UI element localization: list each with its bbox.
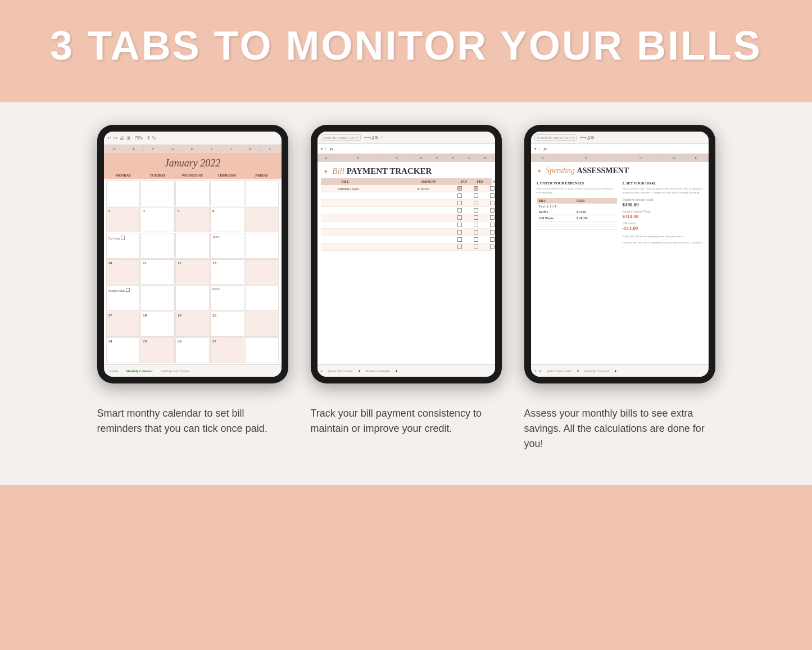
week-row-4: 17 18 19 20 [106, 312, 279, 337]
checkbox[interactable] [457, 223, 462, 227]
cursor-icon: ⊞ [126, 136, 130, 141]
day-cell: 20 [210, 312, 244, 337]
search-bar[interactable]: Search the menus (Alt+/) [534, 134, 577, 141]
checkbox[interactable] [474, 245, 478, 249]
redo-icon: ↪ [114, 136, 117, 141]
budgeted-label: Budgeted Amount (goal): [623, 198, 703, 201]
checkbox[interactable] [474, 193, 478, 198]
col-l: L [261, 147, 280, 151]
col-header-bill: BILL [342, 180, 420, 183]
col-b: B [554, 156, 619, 160]
bill-col-header: BILL [539, 199, 577, 202]
tab-dropdown-icon: ▾ [359, 369, 360, 373]
checkbox[interactable] [490, 223, 495, 227]
col-e: E [429, 156, 446, 160]
search-bar[interactable]: earch the menus (Alt+/) [321, 134, 361, 141]
tablet3-screen: Search the menus (Alt+/) ↩ ↪ 🖨 ⊞ ▾ fx A … [531, 132, 709, 377]
checkbox[interactable] [474, 230, 478, 234]
checkbox[interactable] [457, 245, 462, 249]
checkbox[interactable] [490, 215, 495, 220]
checkbox[interactable] [490, 237, 495, 242]
checkbox[interactable] [457, 193, 462, 198]
tab-bill-payment-tracker[interactable]: Bill Payment Tracker [158, 368, 192, 374]
page-title: 3 TABS TO MONITOR YOUR BILLS [34, 22, 778, 69]
mar-cell [490, 186, 495, 191]
tablet2-wrapper: earch the menus (Alt+/) ↩ ↪ 🖨 ⊞ 7 ▾ fx A [311, 125, 502, 383]
descriptions-row: Smart monthy calendar to set bill remind… [34, 406, 778, 452]
checkbox[interactable] [474, 208, 478, 213]
tablet3-col-headers: A B C D E [531, 154, 709, 162]
bill-amount: $100.00 [418, 187, 457, 191]
desc-tablet3: Assess your monthly bills to see extra s… [524, 406, 715, 452]
day-cell [106, 180, 140, 206]
checkbox[interactable] [490, 208, 495, 213]
day-cell [245, 207, 279, 233]
day-cell [140, 233, 175, 259]
percent-icon: % [152, 136, 156, 141]
difference-value: -$14.00 [623, 225, 703, 231]
tablet2-tabs: ≡ Quick Start Guide ▾ Monthly Calendar ▾ [317, 364, 495, 377]
netflix-cost: $14.00 [577, 210, 615, 214]
tablet1-toolbar: ↩ ↪ 🖨 ⊞ 75% $ % [104, 132, 282, 145]
checkbox[interactable] [474, 237, 478, 242]
day-cell: 4 [140, 207, 175, 233]
enter-expenses-title: 1. ENTER YOUR EXPENSES [537, 181, 617, 185]
month-title: January 2022 [106, 157, 279, 169]
cursor-icon: ⊞ [375, 136, 378, 140]
table-row [321, 243, 492, 251]
checkbox[interactable] [490, 245, 495, 249]
tablet2: earch the menus (Alt+/) ↩ ↪ 🖨 ⊞ 7 ▾ fx A [311, 125, 502, 383]
plus-icon: + [534, 369, 536, 373]
tab-quick-start-guide[interactable]: t Guide [106, 368, 121, 374]
col-h: H [183, 147, 202, 151]
tab-quick-start-guide[interactable]: Quick Start Guide [326, 368, 355, 374]
tablet2-formula-bar: ▾ fx [317, 144, 495, 154]
tablet1-calendar-grid: 3 4 5 6 Car Loan [104, 179, 282, 364]
tab-quick-start-guide[interactable]: Quick Start Guide [545, 368, 574, 374]
bill-checkbox[interactable] [121, 236, 125, 240]
col-g: G [461, 156, 478, 160]
mar-checkbox[interactable] [490, 186, 495, 191]
tab-monthly-calendar[interactable]: Monthly Calendar [364, 368, 393, 374]
checkbox[interactable] [474, 215, 478, 220]
set-goal-desc: Based on your bills, enter the goal of h… [623, 187, 703, 195]
checkbox[interactable] [490, 201, 495, 205]
checkbox[interactable] [474, 223, 478, 227]
desc-tablet1: Smart monthy calendar to set bill remind… [97, 406, 288, 452]
checkbox[interactable] [490, 230, 495, 234]
enter-expenses-desc: Enter your monthly bills to assess if th… [537, 187, 617, 195]
checkbox[interactable] [457, 201, 462, 205]
feb-cell: ✓ [474, 186, 489, 191]
col-h: H [478, 156, 494, 160]
netflix-bill: Netflix [539, 210, 577, 214]
tablet3-toolbar: Search the menus (Alt+/) ↩ ↪ 🖨 ⊞ [531, 132, 709, 144]
tab-dropdown-icon2: ▾ [615, 369, 616, 373]
tablet3-formula-bar: ▾ fx [531, 144, 709, 154]
total-row: Total of: $114 [537, 204, 617, 209]
day-header-thu: THURSDAY [210, 173, 244, 178]
tablet2-screen: earch the menus (Alt+/) ↩ ↪ 🖨 ⊞ 7 ▾ fx A [317, 132, 495, 377]
tablet3: Search the menus (Alt+/) ↩ ↪ 🖨 ⊞ ▾ fx A … [524, 125, 715, 383]
tab-monthly-calendar[interactable]: Monthly Calendar [124, 368, 155, 374]
jan-checkbox[interactable]: ✓ [457, 186, 462, 191]
checkbox[interactable] [457, 230, 462, 234]
title-bill: Bill [332, 166, 344, 175]
col-header-empty [324, 180, 341, 183]
tab-monthly-calendar[interactable]: Monthly Calendar [582, 368, 611, 374]
zoom-level: 7 [380, 136, 383, 140]
checkbox[interactable] [457, 237, 462, 242]
feb-checkbox[interactable]: ✓ [474, 186, 478, 191]
dollar-icon: $ [147, 136, 149, 141]
checkbox[interactable] [474, 201, 478, 205]
cellphone-row: Cell Phone $100.00 [537, 215, 617, 222]
cell-ref: ▾ [321, 147, 326, 151]
right-column: 2. SET YOUR GOAL Based on your bills, en… [623, 181, 703, 360]
col-j: J [222, 147, 242, 151]
bill-checkbox[interactable] [126, 288, 130, 292]
checkbox[interactable] [457, 208, 462, 213]
checkbox[interactable] [457, 215, 462, 220]
checkbox[interactable] [490, 193, 495, 198]
star-icon: ✦ [323, 168, 328, 175]
day-cell [175, 233, 210, 259]
tablet1-wrapper: ↩ ↪ 🖨 ⊞ 75% $ % D E F G H [97, 125, 288, 383]
